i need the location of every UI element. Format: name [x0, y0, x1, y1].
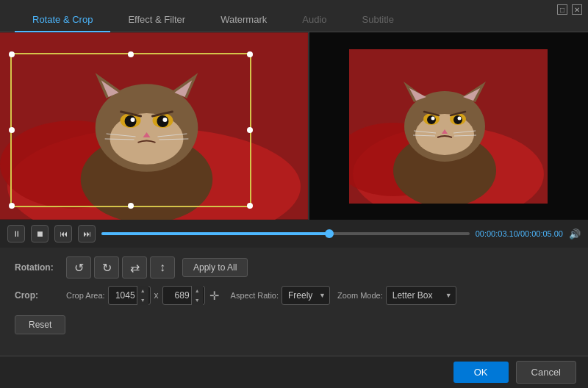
playback-bar: ⏸ ⏹ ⏮ ⏭ 00:00:03.10/00:00:05.00 🔊 [0, 220, 588, 248]
zoom-mode-select[interactable]: Letter Box Pan & Scan Full [386, 286, 456, 305]
step-forward-button[interactable]: ⏭ [78, 225, 96, 242]
step-back-button[interactable]: ⏮ [54, 225, 72, 242]
controls-section: Rotation: ↺ ↻ ⇄ ↕ Apply to All Crop: Cro… [0, 248, 588, 343]
seek-fill [101, 232, 329, 235]
title-bar: □ ✕ [551, 0, 588, 19]
volume-icon[interactable]: 🔊 [569, 229, 581, 240]
flip-horizontal-button[interactable]: ⇄ [122, 256, 147, 279]
ok-button[interactable]: OK [453, 362, 509, 383]
tab-bar: Rotate & Crop Effect & Filter Watermark … [0, 0, 588, 32]
rotate-right-button[interactable]: ↻ [94, 256, 119, 279]
total-time: 00:00:05.00 [520, 229, 563, 238]
rotation-label: Rotation: [15, 262, 66, 273]
preview-left [0, 32, 308, 220]
crop-width-spinners: ▲ ▼ [137, 286, 148, 305]
crop-area-label: Crop Area: [66, 291, 105, 300]
video-area: Original: 1045x689 👁 1.jpg Output: 1280x… [0, 32, 588, 220]
pause-button[interactable]: ⏸ [7, 225, 25, 242]
apply-to-all-button[interactable]: Apply to All [182, 258, 248, 277]
svg-point-13 [157, 115, 168, 127]
aspect-ratio-select[interactable]: Freely 16:9 4:3 1:1 9:16 [282, 286, 330, 305]
tab-audio: Audio [284, 8, 344, 32]
crop-width-down[interactable]: ▼ [137, 295, 148, 305]
crop-label: Crop: [15, 290, 66, 301]
flip-vertical-button[interactable]: ↕ [150, 256, 175, 279]
svg-point-37 [431, 116, 435, 120]
tab-rotate-crop[interactable]: Rotate & Crop [15, 8, 110, 32]
cat-preview-svg [0, 32, 308, 220]
crop-height-down[interactable]: ▼ [192, 295, 203, 305]
svg-point-14 [131, 118, 135, 122]
svg-point-36 [453, 115, 462, 124]
preview-right-inner [349, 49, 548, 204]
crop-row: Crop: Crop Area: ▲ ▼ x ▲ ▼ ✛ Aspect Rati… [15, 286, 573, 305]
crop-width-up[interactable]: ▲ [137, 286, 148, 295]
crop-height-up[interactable]: ▲ [192, 286, 203, 295]
aspect-ratio-select-wrap: Freely 16:9 4:3 1:1 9:16 ▼ [282, 286, 330, 305]
center-icon[interactable]: ✛ [209, 289, 219, 303]
zoom-mode-select-wrap: Letter Box Pan & Scan Full ▼ [386, 286, 456, 305]
time-display: 00:00:03.10/00:00:05.00 [476, 229, 563, 238]
aspect-ratio-label: Aspect Ratio: [231, 291, 279, 300]
tab-watermark[interactable]: Watermark [203, 8, 284, 32]
cat-output-svg [349, 49, 548, 204]
stop-button[interactable]: ⏹ [31, 225, 49, 242]
rotate-left-button[interactable]: ↺ [66, 256, 91, 279]
reset-button[interactable]: Reset [15, 315, 65, 334]
svg-point-12 [125, 115, 137, 127]
svg-point-38 [458, 116, 462, 120]
crop-height-input[interactable] [163, 290, 191, 301]
tab-subtitle: Subtitle [345, 8, 412, 32]
cancel-button[interactable]: Cancel [516, 361, 576, 384]
tab-effect-filter[interactable]: Effect & Filter [110, 8, 203, 32]
bottom-bar: OK Cancel [0, 356, 588, 388]
svg-point-15 [162, 118, 167, 122]
preview-right [309, 32, 588, 220]
crop-height-input-wrap: ▲ ▼ [162, 286, 205, 305]
minimize-button[interactable]: □ [557, 4, 567, 15]
zoom-mode-label: Zoom Mode: [337, 291, 383, 300]
crop-height-spinners: ▲ ▼ [191, 286, 203, 305]
seek-thumb[interactable] [325, 229, 334, 238]
x-separator: x [154, 290, 159, 301]
svg-point-35 [427, 115, 436, 124]
current-time: 00:00:03.10 [476, 229, 518, 238]
rotation-row: Rotation: ↺ ↻ ⇄ ↕ Apply to All [15, 256, 573, 279]
crop-width-input[interactable] [109, 290, 137, 301]
close-button[interactable]: ✕ [572, 4, 582, 15]
crop-width-input-wrap: ▲ ▼ [108, 286, 151, 305]
seek-bar[interactable] [101, 232, 470, 235]
